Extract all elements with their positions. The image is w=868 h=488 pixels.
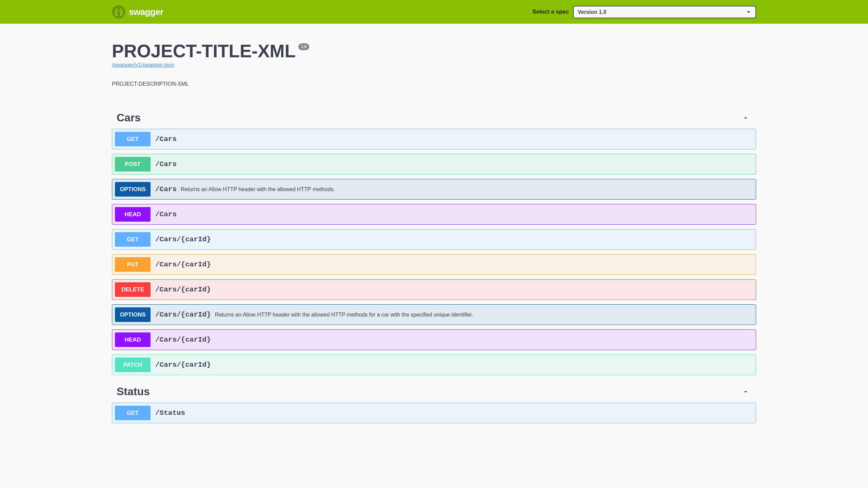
method-badge: POST <box>115 157 151 171</box>
topbar: {·} swagger Select a spec Version 1.0 <box>0 0 868 24</box>
tags-root: CarsGET/CarsPOST/CarsOPTIONS/CarsReturns… <box>112 108 756 423</box>
api-title-text: PROJECT-TITLE-XML <box>112 41 296 61</box>
method-badge: PUT <box>115 257 151 272</box>
operation-row[interactable]: PATCH/Cars/{carId} <box>112 354 756 375</box>
api-title: PROJECT-TITLE-XML 1.0 <box>112 41 309 61</box>
operations-list: GET/Status <box>112 403 756 423</box>
tag-section: CarsGET/CarsPOST/CarsOPTIONS/CarsReturns… <box>112 108 756 375</box>
method-badge: GET <box>115 232 151 247</box>
method-badge: OPTIONS <box>115 182 151 197</box>
method-badge: GET <box>115 406 151 420</box>
topbar-inner: {·} swagger Select a spec Version 1.0 <box>112 5 756 19</box>
operation-summary: Returns an Allow HTTP header with the al… <box>181 186 335 192</box>
operation-path: /Cars <box>155 185 177 193</box>
operation-path: /Cars/{carId} <box>155 286 211 293</box>
operation-path: /Cars/{carId} <box>155 361 211 369</box>
operation-row[interactable]: GET/Status <box>112 403 756 423</box>
method-badge: HEAD <box>115 207 151 222</box>
method-badge: PATCH <box>115 358 151 372</box>
spec-selector-label: Select a spec <box>532 8 569 15</box>
operation-row[interactable]: PUT/Cars/{carId} <box>112 254 756 275</box>
operation-row[interactable]: HEAD/Cars <box>112 204 756 225</box>
swagger-logo[interactable]: {·} swagger <box>112 5 163 19</box>
operations-list: GET/CarsPOST/CarsOPTIONS/CarsReturns an … <box>112 129 756 375</box>
tag-section: StatusGET/Status <box>112 382 756 423</box>
operation-row[interactable]: HEAD/Cars/{carId} <box>112 329 756 350</box>
spec-selector: Select a spec Version 1.0 <box>532 6 756 18</box>
swagger-logo-text: swagger <box>129 7 163 17</box>
operation-row[interactable]: GET/Cars/{carId} <box>112 229 756 250</box>
operation-path: /Cars <box>155 135 177 143</box>
operation-path: /Cars/{carId} <box>155 336 211 344</box>
tag-name: Cars <box>117 111 141 124</box>
method-badge: DELETE <box>115 282 151 297</box>
spec-url-link[interactable]: /swagger/v1/swagger.json <box>112 62 174 68</box>
chevron-down-icon <box>742 114 749 122</box>
operation-summary: Returns an Allow HTTP header with the al… <box>215 312 473 318</box>
method-badge: HEAD <box>115 332 151 347</box>
operation-path: /Cars/{carId} <box>155 236 211 243</box>
swagger-logo-icon: {·} <box>112 5 125 19</box>
operation-row[interactable]: GET/Cars <box>112 129 756 149</box>
main-container: PROJECT-TITLE-XML 1.0 /swagger/v1/swagge… <box>112 24 756 440</box>
method-badge: GET <box>115 132 151 146</box>
tag-header[interactable]: Cars <box>112 108 756 127</box>
method-badge: OPTIONS <box>115 307 151 322</box>
version-badge: 1.0 <box>298 43 310 50</box>
operation-row[interactable]: POST/Cars <box>112 154 756 175</box>
operation-row[interactable]: OPTIONS/Cars/{carId}Returns an Allow HTT… <box>112 304 756 325</box>
operation-row[interactable]: OPTIONS/CarsReturns an Allow HTTP header… <box>112 179 756 200</box>
operation-path: /Cars/{carId} <box>155 261 211 268</box>
operation-path: /Cars/{carId} <box>155 311 211 319</box>
tag-name: Status <box>117 385 150 398</box>
api-description: PROJECT-DESCRIPTION-XML <box>112 81 756 87</box>
operation-row[interactable]: DELETE/Cars/{carId} <box>112 279 756 300</box>
chevron-down-icon <box>742 388 749 395</box>
operation-path: /Cars <box>155 160 177 168</box>
spec-select[interactable]: Version 1.0 <box>573 6 756 18</box>
operation-path: /Cars <box>155 210 177 218</box>
operation-path: /Status <box>155 409 185 417</box>
tag-header[interactable]: Status <box>112 382 756 401</box>
info-section: PROJECT-TITLE-XML 1.0 /swagger/v1/swagge… <box>112 41 756 87</box>
